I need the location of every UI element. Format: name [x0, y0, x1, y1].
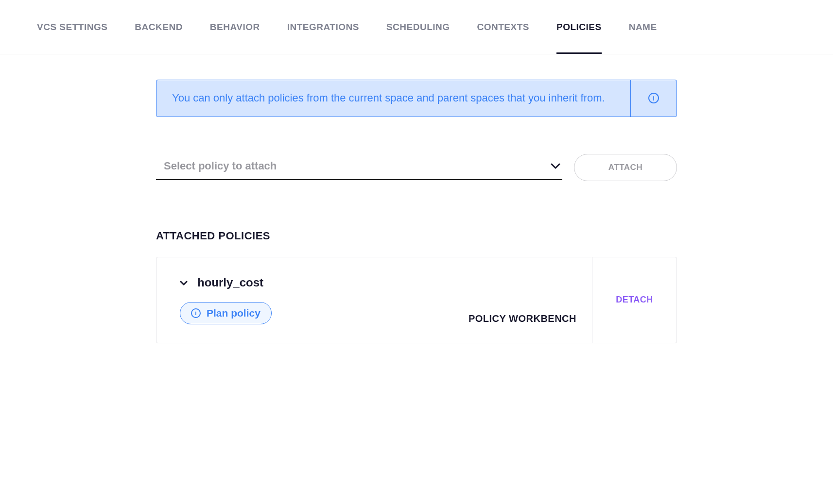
chevron-down-icon: [180, 278, 188, 288]
info-icon: i: [648, 93, 659, 103]
policy-expand-toggle[interactable]: hourly_cost: [180, 276, 272, 289]
tab-policies[interactable]: POLICIES: [556, 0, 602, 54]
detach-button[interactable]: DETACH: [616, 295, 653, 305]
tab-behavior[interactable]: BEHAVIOR: [210, 0, 260, 54]
info-banner: You can only attach policies from the cu…: [156, 80, 677, 117]
selector-row: Select policy to attach ATTACH: [156, 154, 677, 181]
info-icon: i: [191, 308, 201, 318]
tab-scheduling[interactable]: SCHEDULING: [386, 0, 450, 54]
policy-workbench-link[interactable]: POLICY WORKBENCH: [469, 313, 576, 324]
main-content: You can only attach policies from the cu…: [156, 54, 677, 372]
policy-card-actions: DETACH: [592, 257, 677, 343]
attached-policies-heading: ATTACHED POLICIES: [156, 230, 677, 242]
info-banner-text: You can only attach policies from the cu…: [156, 80, 631, 117]
info-banner-icon-container: i: [631, 80, 677, 117]
policy-type-badge: i Plan policy: [180, 302, 272, 324]
tab-name[interactable]: NAME: [629, 0, 657, 54]
tab-backend[interactable]: BACKEND: [135, 0, 183, 54]
tabs-nav: VCS SETTINGS BACKEND BEHAVIOR INTEGRATIO…: [0, 0, 833, 54]
tab-integrations[interactable]: INTEGRATIONS: [287, 0, 359, 54]
chevron-down-icon: [551, 160, 560, 171]
policy-badge-label: Plan policy: [207, 307, 260, 319]
policy-card: hourly_cost i Plan policy POLICY WORKBEN…: [156, 257, 677, 343]
policy-name: hourly_cost: [197, 276, 263, 289]
policy-card-left: hourly_cost i Plan policy: [180, 276, 272, 324]
tab-vcs-settings[interactable]: VCS SETTINGS: [37, 0, 107, 54]
policy-select-dropdown[interactable]: Select policy to attach: [156, 155, 562, 180]
policy-card-main: hourly_cost i Plan policy POLICY WORKBEN…: [156, 257, 592, 343]
attach-button[interactable]: ATTACH: [574, 154, 677, 181]
tab-contexts[interactable]: CONTEXTS: [477, 0, 529, 54]
policy-select-placeholder: Select policy to attach: [164, 160, 277, 172]
